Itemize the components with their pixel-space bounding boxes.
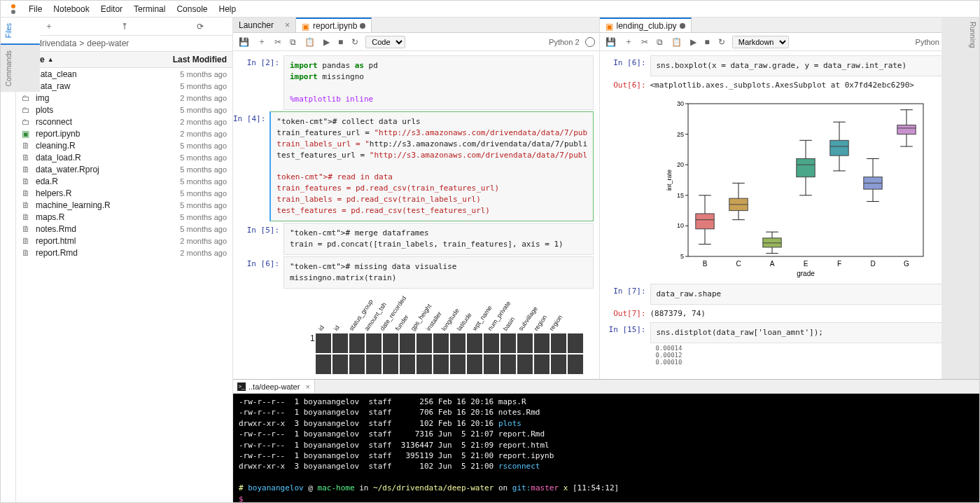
file-name: cleaning.R — [36, 141, 157, 151]
cut-icon[interactable]: ✂ — [640, 36, 650, 48]
stop-icon[interactable]: ■ — [337, 36, 344, 48]
close-icon[interactable]: × — [305, 383, 309, 391]
code-cell[interactable]: "token-cmt"># missing data visualise mis… — [284, 256, 594, 289]
jupyter-logo — [8, 4, 19, 15]
file-modified: 5 months ago — [157, 201, 227, 209]
kernel-name[interactable]: Python 2 — [549, 38, 579, 46]
paste-icon[interactable]: 📋 — [670, 36, 683, 48]
code-cell[interactable]: import pandas as pd import missingno %ma… — [284, 55, 594, 110]
prompt-in: In [2]: — [233, 55, 284, 110]
file-name: report.Rmd — [36, 248, 157, 258]
file-row[interactable]: 🗎cleaning.R5 months ago — [16, 139, 232, 151]
file-row[interactable]: 🗀data_raw5 months ago — [16, 80, 232, 92]
siderail-files[interactable]: Files — [0, 18, 40, 45]
new-icon[interactable]: ＋ — [45, 20, 53, 32]
siderail-running[interactable]: Running — [941, 18, 981, 379]
file-row[interactable]: 🗎helpers.R5 months ago — [16, 187, 232, 199]
celltype-select[interactable]: Markdown — [732, 36, 789, 48]
cut-icon[interactable]: ✂ — [273, 36, 283, 48]
kernel-status-icon[interactable] — [585, 37, 595, 47]
svg-rect-19 — [695, 214, 713, 229]
file-row[interactable]: 🗀plots5 months ago — [16, 104, 232, 116]
tab-lending-club[interactable]: ▣ lending_club.ipy — [600, 18, 692, 32]
file-row[interactable]: 🗎machine_learning.R5 months ago — [16, 199, 232, 211]
save-icon[interactable]: 💾 — [604, 36, 617, 48]
file-icon: 🗎 — [22, 177, 33, 186]
code-cell[interactable]: "token-cmt"># merge dataframes train = p… — [284, 223, 594, 255]
menu-notebook[interactable]: Notebook — [48, 3, 94, 15]
tab-label: ..ta/deep-water — [248, 383, 300, 391]
file-row[interactable]: 🗎eda.R5 months ago — [16, 175, 232, 187]
add-cell-icon[interactable]: ＋ — [256, 34, 267, 49]
file-row[interactable]: 🗀data_clean5 months ago — [16, 68, 232, 80]
file-row[interactable]: ▣report.ipynb2 months ago — [16, 128, 232, 139]
column-modified[interactable]: Last Modified — [157, 55, 227, 64]
file-row[interactable]: 🗎notes.Rmd5 months ago — [16, 223, 232, 235]
menu-editor[interactable]: Editor — [95, 3, 128, 15]
svg-text:B: B — [702, 260, 707, 268]
file-row[interactable]: 🗎data_load.R5 months ago — [16, 151, 232, 163]
file-modified: 5 months ago — [157, 70, 227, 78]
code-cell[interactable]: sns.boxplot(x = data_raw.grade, y = data… — [650, 55, 960, 76]
terminal-body[interactable]: -rw-r--r-- 1 boyanangelov staff 256 Feb … — [233, 394, 979, 502]
prompt-in: In [4]: — [233, 111, 270, 221]
code-cell[interactable]: sns.distplot(data_raw['loan_amnt']); — [650, 322, 960, 343]
copy-icon[interactable]: ⧉ — [655, 36, 664, 48]
file-icon: 🗎 — [22, 248, 33, 258]
stop-icon[interactable]: ■ — [704, 36, 711, 48]
svg-rect-55 — [897, 125, 915, 134]
folder-icon: 🗀 — [22, 117, 33, 127]
restart-icon[interactable]: ↻ — [350, 36, 360, 48]
file-modified: 5 months ago — [157, 153, 227, 162]
run-icon[interactable]: ▶ — [322, 36, 331, 48]
file-row[interactable]: 🗀img2 months ago — [16, 92, 232, 104]
code-cell[interactable]: "token-cmt"># collect data urls train_fe… — [270, 111, 594, 221]
terminal-tab[interactable]: >_ ..ta/deep-water × — [233, 380, 315, 393]
file-name: plots — [36, 105, 157, 115]
file-name: data_load.R — [36, 153, 157, 163]
unsaved-dot-icon — [360, 23, 365, 29]
menu-help[interactable]: Help — [213, 3, 241, 15]
file-row[interactable]: 🗎maps.R5 months ago — [16, 211, 232, 223]
file-name: maps.R — [36, 212, 157, 222]
file-name: report.ipynb — [36, 129, 157, 139]
refresh-icon[interactable]: ⟳ — [197, 22, 204, 32]
svg-text:A: A — [769, 260, 774, 268]
upload-icon[interactable]: ⤒ — [121, 22, 128, 32]
tab-report-ipynb[interactable]: ▣ report.ipynb — [296, 18, 372, 32]
file-modified: 2 months ago — [157, 94, 227, 102]
celltype-select[interactable]: Code — [365, 36, 405, 48]
file-modified: 5 months ago — [157, 165, 227, 174]
svg-text:D: D — [870, 260, 875, 268]
file-row[interactable]: 🗎report.html2 months ago — [16, 235, 232, 247]
save-icon[interactable]: 💾 — [237, 36, 251, 48]
menu-file[interactable]: File — [23, 3, 48, 15]
file-icon: 🗎 — [22, 141, 33, 151]
sort-asc-icon[interactable]: ▲ — [48, 56, 54, 63]
add-cell-icon[interactable]: ＋ — [623, 34, 634, 49]
svg-text:G: G — [904, 260, 909, 268]
svg-text:E: E — [803, 260, 808, 268]
file-modified: 5 months ago — [157, 213, 227, 221]
file-icon: 🗎 — [22, 200, 33, 210]
menu-console[interactable]: Console — [171, 3, 213, 15]
copy-icon[interactable]: ⧉ — [288, 36, 298, 48]
file-row[interactable]: 🗎report.Rmd2 months ago — [16, 247, 232, 259]
restart-icon[interactable]: ↻ — [717, 36, 727, 48]
breadcrumb[interactable]: ⌂ >drivendata >deep-water — [16, 36, 232, 52]
file-modified: 2 months ago — [157, 249, 227, 257]
file-modified: 5 months ago — [157, 82, 227, 90]
siderail-commands[interactable]: Commands — [0, 45, 40, 92]
tab-launcher[interactable]: Launcher × — [233, 18, 296, 32]
folder-icon: 🗀 — [22, 105, 33, 115]
file-icon: 🗎 — [22, 165, 33, 174]
file-row[interactable]: 🗀rsconnect2 months ago — [16, 116, 232, 128]
close-icon[interactable]: × — [285, 20, 290, 30]
file-name: rsconnect — [36, 117, 157, 127]
code-cell[interactable]: data_raw.shape — [650, 284, 960, 305]
run-icon[interactable]: ▶ — [689, 36, 698, 48]
paste-icon[interactable]: 📋 — [303, 36, 316, 48]
notebook-icon: ▣ — [302, 22, 310, 30]
menu-terminal[interactable]: Terminal — [128, 3, 171, 15]
file-row[interactable]: 🗎data_water.Rproj5 months ago — [16, 163, 232, 175]
